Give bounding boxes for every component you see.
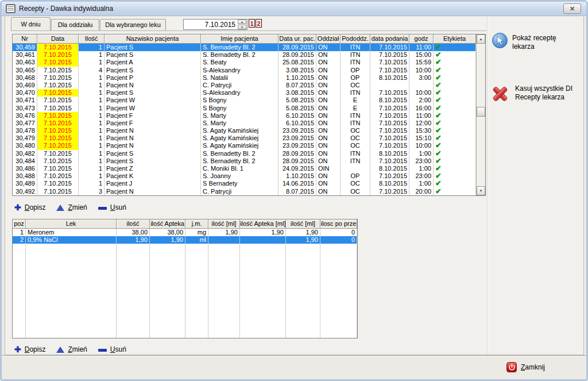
column-header[interactable]: ilość [ml]: [286, 220, 320, 229]
column-header[interactable]: Nr: [13, 34, 37, 44]
empty-cell: [117, 244, 150, 338]
label-check-icon: ✔: [435, 120, 441, 127]
column-header[interactable]: Nazwisko pacjenta: [105, 34, 201, 44]
scroll-down-icon[interactable]: ▼: [477, 186, 485, 195]
patient-row[interactable]: 30,4717.10.20151Pacjent WS Bogny5.08.201…: [13, 97, 485, 104]
add-patient-row-button[interactable]: ✚ Dopisz: [14, 203, 45, 212]
column-header[interactable]: data podania: [370, 34, 409, 44]
column-header[interactable]: Data ur. pac.: [278, 34, 316, 44]
cell-godz: 15:00: [409, 51, 434, 59]
column-header[interactable]: Pododdz.: [341, 34, 370, 44]
cell-data: 7.10.2015: [37, 82, 79, 89]
patient-row[interactable]: 30,4787.10.20151Pacjent NS. Agaty Kamińs…: [13, 127, 485, 134]
column-header[interactable]: ilość Apteka: [150, 220, 185, 229]
close-dialog-button[interactable]: Zamknij: [506, 362, 545, 372]
column-header[interactable]: j.m.: [185, 220, 208, 229]
cell-pododdz: E: [341, 105, 370, 112]
scrollbar-thumb[interactable]: [477, 107, 485, 117]
cell-oddzial: ON: [316, 44, 341, 51]
cell-nr: 30,478: [13, 127, 37, 134]
patient-row[interactable]: 30,4927.10.20153Pacjent NC. Patrycji8.07…: [13, 188, 485, 195]
drug-row[interactable]: 20,9% NaCl1,901,90ml1,900: [13, 236, 357, 244]
change-drug-row-button[interactable]: Zmień: [56, 345, 87, 354]
delete-patient-row-button[interactable]: Usuń: [98, 203, 126, 212]
delete-drug-row-button[interactable]: Usuń: [98, 345, 126, 354]
titlebar[interactable]: Recepty - Dawka indywidualna ✕: [2, 2, 586, 16]
label-check-icon: ✔: [435, 89, 441, 97]
column-header[interactable]: poz: [13, 220, 26, 229]
cell-nr: 30,469: [13, 82, 37, 89]
patient-row[interactable]: 30,4897.10.20151Pacjent JS Bernadety14.0…: [13, 180, 485, 187]
column-header[interactable]: Ilość: [79, 34, 105, 44]
patient-row[interactable]: 30,4777.10.20151Pacjent FS. Marty6.10.20…: [13, 120, 485, 127]
add-drug-row-button[interactable]: ✚ Dopisz: [14, 345, 45, 354]
drug-row[interactable]: 1Meronem38,0038,00mg1,901,901,900: [13, 229, 357, 236]
column-header[interactable]: Imię pacjenta: [201, 34, 278, 44]
tab-dla-wybranego-leku[interactable]: Dla wybranego leku: [100, 19, 166, 30]
date-input[interactable]: 7.10.2015 ▲ ▼: [183, 19, 247, 30]
pages-1-2-button[interactable]: 12: [249, 19, 264, 30]
patient-row[interactable]: 30,4597.10.20151Pacjent SS. Bernadetty B…: [13, 44, 485, 51]
tab-dla-oddzialu[interactable]: Dla oddziału: [51, 19, 99, 30]
column-header[interactable]: ilosc po prze: [320, 220, 357, 229]
cell-pododdz: ITN: [341, 150, 370, 157]
cell-ur: 5.08.2015: [278, 105, 316, 112]
cell-ur: 28.09.2015: [278, 51, 316, 59]
patients-table[interactable]: NrDataIlośćNazwisko pacjentaImię pacjent…: [12, 34, 486, 196]
cursor-orb-icon: [492, 33, 508, 48]
show-prescription-button[interactable]: Pokaż receptę lekarza: [492, 33, 556, 51]
patient-row[interactable]: 30,4867.10.20151Pacjent ZC. Moniki Bl. 1…: [13, 165, 485, 172]
patient-row[interactable]: 30,4697.10.20151Pacjent NC. Patrycji8.07…: [13, 82, 485, 89]
delete-all-di-button[interactable]: Kasuj wszystkie DI Recepty lekarza: [490, 83, 572, 104]
date-spin-down-icon[interactable]: ▼: [238, 25, 246, 29]
empty-cell: [286, 244, 320, 338]
column-header[interactable]: Oddział: [316, 34, 341, 44]
cell-podania: 7.10.2015: [370, 89, 409, 97]
patient-row[interactable]: 30,4637.10.20151Pacjent AS. Beaty25.08.2…: [13, 59, 485, 66]
patient-row[interactable]: 30,4807.10.20151Pacjent NS. Agaty Kamińs…: [13, 142, 485, 149]
cell-pododdz: ITN: [341, 120, 370, 127]
patient-row[interactable]: 30,4687.10.20151Pacjent PS. Natalii1.10.…: [13, 74, 485, 82]
bottom-strip: Zamknij: [2, 355, 586, 379]
vertical-scrollbar[interactable]: ▲ ▼: [476, 34, 485, 195]
cell-data: 7.10.2015: [37, 180, 79, 187]
empty-cell: [240, 244, 286, 338]
column-header[interactable]: Lek: [26, 220, 117, 229]
cell-nazwisko: Pacjent N: [105, 142, 201, 149]
patient-row[interactable]: 30,4827.10.20151Pacjent SS. Bernadetty B…: [13, 150, 485, 157]
cell-ilosc: 1: [79, 127, 105, 134]
cell-podania: 7.10.2015: [370, 112, 409, 120]
patient-row[interactable]: 30,4797.10.20151Pacjent NS. Agaty Kamińs…: [13, 134, 485, 142]
scroll-up-icon[interactable]: ▲: [477, 34, 485, 44]
cell-etykieta: ✔: [434, 44, 476, 51]
date-spin-up-icon[interactable]: ▲: [238, 20, 246, 24]
column-header[interactable]: ilość: [117, 220, 150, 229]
cell-data: 7.10.2015: [37, 74, 79, 82]
cell-podania: 7.10.2015: [370, 51, 409, 59]
patient-row[interactable]: 30,4657.10.20154Pacjent SS-Aleksandry3.0…: [13, 67, 485, 74]
cell-ur: 3.08.2015: [278, 89, 316, 97]
patient-row[interactable]: 30,4707.10.20151Pacjent SS-Aleksandry3.0…: [13, 89, 485, 97]
column-header[interactable]: Data: [37, 34, 79, 44]
patient-row[interactable]: 30,4617.10.20151Pacjent SS. Bernadetty B…: [13, 51, 485, 59]
column-header[interactable]: godz: [409, 34, 434, 44]
column-header[interactable]: Etykieta: [434, 34, 476, 44]
patient-row[interactable]: 30,4767.10.20151Pacjent FS. Marty6.10.20…: [13, 112, 485, 120]
change-patient-row-button[interactable]: Zmień: [56, 203, 87, 212]
column-header[interactable]: ilość [ml]: [208, 220, 240, 229]
window-close-button[interactable]: ✕: [563, 3, 581, 14]
cell-podania: 8.10.2015: [370, 180, 409, 187]
patient-row[interactable]: 30,4887.10.20151Pacjent KS. Joanny1.10.2…: [13, 172, 485, 180]
cell-ur: 5.08.2015: [278, 97, 316, 104]
tab-w-dniu[interactable]: W dniu: [11, 17, 51, 30]
cell-pododdz: ITN: [341, 112, 370, 120]
cell-godz: 15:59: [409, 59, 434, 66]
patient-row[interactable]: 30,4737.10.20151Pacjent WS Bogny5.08.201…: [13, 105, 485, 112]
cell-godz: 11:00: [409, 112, 434, 120]
cell-nazwisko: Pacjent F: [105, 112, 201, 120]
cell-ilosc: 1: [79, 44, 105, 51]
cell-nazwisko: Pacjent P: [105, 74, 201, 82]
patient-row[interactable]: 30,4847.10.20151Pacjent SS. Bernadetty B…: [13, 157, 485, 165]
column-header[interactable]: ilość Apteka [ml]: [240, 220, 286, 229]
drugs-table[interactable]: pozLekilośćilość Aptekaj.m.ilość [ml]ilo…: [12, 219, 358, 338]
